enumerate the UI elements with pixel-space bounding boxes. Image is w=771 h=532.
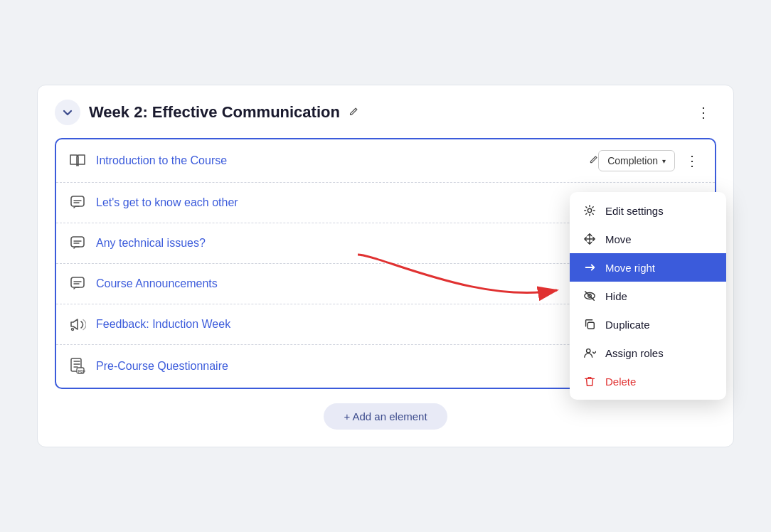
intro-edit-icon[interactable] — [589, 155, 598, 166]
menu-item-delete[interactable]: Delete — [570, 367, 726, 395]
completion-chevron-icon: ▾ — [662, 157, 666, 165]
svg-rect-10 — [587, 322, 594, 329]
menu-item-move-right[interactable]: Move right — [570, 253, 726, 282]
week-title: Week 2: Effective Communication — [89, 103, 340, 122]
main-card: Week 2: Effective Communication ⋮ Introd… — [37, 85, 734, 447]
week-three-dots-button[interactable]: ⋮ — [691, 101, 716, 124]
menu-item-edit-settings[interactable]: Edit settings — [570, 196, 726, 225]
item-row-intro: Introduction to the Course Completion ▾ … — [56, 139, 715, 183]
menu-item-hide[interactable]: Hide — [570, 282, 726, 310]
chat-icon-1 — [68, 193, 87, 213]
svg-point-3 — [72, 329, 74, 331]
megaphone-icon — [68, 314, 87, 334]
book-icon — [68, 151, 87, 171]
chat-icon-3 — [68, 274, 87, 294]
week-header-left: Week 2: Effective Communication — [55, 100, 358, 125]
menu-label-move: Move — [605, 233, 632, 245]
svg-point-7 — [587, 208, 591, 212]
item-label-intro[interactable]: Introduction to the Course — [96, 154, 583, 167]
svg-text:PDF: PDF — [78, 369, 85, 373]
chat-icon-2 — [68, 233, 87, 253]
menu-item-move[interactable]: Move — [570, 225, 726, 253]
menu-label-assign-roles: Assign roles — [605, 347, 664, 359]
menu-label-move-right: Move right — [605, 262, 655, 274]
svg-rect-0 — [71, 196, 84, 206]
menu-label-duplicate: Duplicate — [605, 319, 650, 331]
week-header: Week 2: Effective Communication ⋮ — [55, 100, 716, 125]
add-element-row: + Add an element — [55, 403, 716, 430]
collapse-button[interactable] — [55, 100, 80, 125]
week-title-edit-icon[interactable] — [349, 107, 358, 119]
gear-icon — [583, 204, 597, 217]
pdf-icon: PDF — [68, 356, 87, 376]
menu-label-hide: Hide — [605, 290, 627, 302]
arrow-right-icon — [583, 261, 597, 274]
item-label-questionnaire[interactable]: Pre-Course Questionnaire — [96, 360, 583, 373]
intro-dots-button[interactable]: ⋮ — [681, 149, 703, 172]
svg-rect-1 — [71, 237, 84, 247]
menu-item-assign-roles[interactable]: Assign roles — [570, 339, 726, 367]
intro-completion-button[interactable]: Completion ▾ — [598, 150, 675, 171]
svg-rect-2 — [71, 277, 84, 287]
svg-point-11 — [587, 349, 590, 353]
intro-actions: Completion ▾ ⋮ — [598, 149, 703, 172]
hide-icon — [583, 289, 597, 302]
move-icon — [583, 233, 597, 245]
menu-label-edit-settings: Edit settings — [605, 205, 664, 217]
add-element-button[interactable]: + Add an element — [324, 403, 447, 430]
duplicate-icon — [583, 318, 597, 331]
context-dropdown-menu: Edit settings Move Move right — [570, 192, 726, 400]
assign-roles-icon — [583, 346, 597, 359]
menu-item-duplicate[interactable]: Duplicate — [570, 310, 726, 339]
trash-icon — [583, 375, 597, 388]
menu-label-delete: Delete — [605, 376, 636, 388]
